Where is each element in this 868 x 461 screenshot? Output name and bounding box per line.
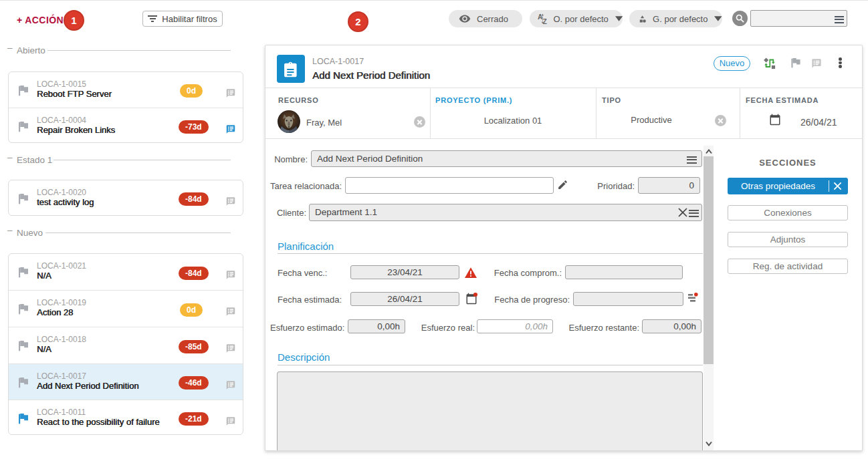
svg-text:Z: Z xyxy=(542,18,546,25)
